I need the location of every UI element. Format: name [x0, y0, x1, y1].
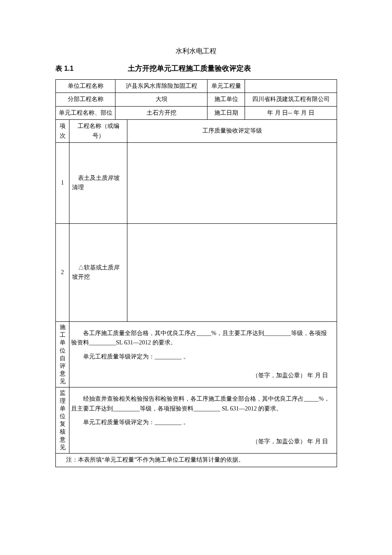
pre-title: 水利水电工程	[55, 47, 337, 56]
unit-part-value: 土石方开挖	[115, 106, 208, 119]
header-row-1: 单位工程名称 泸县东风水库除险加固工程 单元工程量	[56, 80, 337, 93]
unit-proj-name-value: 泸县东风水库除险加固工程	[115, 80, 208, 93]
row-2-name: △软基或土质岸坡开挖	[69, 223, 127, 321]
row-1-grade	[127, 142, 337, 223]
div-proj-name-label: 分部工程名称	[56, 93, 115, 106]
row-1: 1 表土及土质岸坡清理	[56, 142, 337, 223]
table-number: 表 1.1	[55, 64, 128, 73]
contractor-label: 施工单位	[208, 93, 245, 106]
col-item-no: 项次	[56, 120, 69, 143]
unit-part-label: 单元工程名称、部位	[56, 106, 115, 119]
row-1-name: 表土及土质岸坡清理	[69, 142, 127, 223]
evaluation-table: 单位工程名称 泸县东风水库除险加固工程 单元工程量 分部工程名称 大坝 施工单位…	[55, 79, 337, 467]
opinion-2-line2: 单元工程质量等级评定为：_________ 。	[71, 418, 331, 427]
row-1-no: 1	[56, 142, 69, 223]
col-proc-name: 工程名称（或编号）	[69, 120, 127, 143]
div-proj-name-value: 大坝	[115, 93, 208, 106]
opinion-1-content: 各工序施工质量全部合格，其中优良工序占_____%，且主要工序达到_______…	[69, 321, 337, 387]
opinion-2-line1: 经抽查并查验相关检验报告和检验资料，各工序施工质量全部合格，其中优良工序占___…	[71, 394, 331, 413]
column-header-row: 项次 工程名称（或编号） 工序质量验收评定等级	[56, 120, 337, 143]
note-text: 注：本表所填“单元工程量”不作为施工单位工程量结算计量的依据。	[56, 453, 337, 467]
row-2-grade	[127, 223, 337, 321]
opinion-2-row: 监理单位复核意见 经抽查并查验相关检验报告和检验资料，各工序施工质量全部合格，其…	[56, 387, 337, 454]
header-row-3: 单元工程名称、部位 土石方开挖 施工日期 年 月 日-- 年 月 日	[56, 106, 337, 119]
unit-qty-label: 单元工程量	[208, 80, 245, 93]
opinion-2-label: 监理单位复核意见	[56, 387, 69, 454]
title-row: 表 1.1 土方开挖单元工程施工质量验收评定表	[55, 64, 337, 73]
unit-proj-name-label: 单位工程名称	[56, 80, 115, 93]
opinion-1-line1: 各工序施工质量全部合格，其中优良工序占_____%，且主要工序达到_______…	[71, 329, 331, 348]
opinion-2-content: 经抽查并查验相关检验报告和检验资料，各工序施工质量全部合格，其中优良工序占___…	[69, 387, 337, 454]
row-2: 2 △软基或土质岸坡开挖	[56, 223, 337, 321]
opinion-1-label: 施工单位自评意见	[56, 321, 69, 387]
col-grade: 工序质量验收评定等级	[127, 120, 337, 143]
header-row-2: 分部工程名称 大坝 施工单位 四川省科茂建筑工程有限公司	[56, 93, 337, 106]
main-title: 土方开挖单元工程施工质量验收评定表	[128, 64, 251, 73]
opinion-1-sig: （签字，加盖公章） 年 月 日	[71, 371, 331, 380]
row-2-no: 2	[56, 223, 69, 321]
note-row: 注：本表所填“单元工程量”不作为施工单位工程量结算计量的依据。	[56, 453, 337, 467]
unit-qty-value	[245, 80, 337, 93]
date-label: 施工日期	[208, 106, 245, 119]
contractor-value: 四川省科茂建筑工程有限公司	[245, 93, 337, 106]
opinion-1-line2: 单元工程质量等级评定为：_________ 。	[71, 352, 331, 361]
date-value: 年 月 日-- 年 月 日	[245, 106, 337, 119]
opinion-2-sig: （签字，加盖公章） 年 月 日	[71, 437, 331, 446]
opinion-1-row: 施工单位自评意见 各工序施工质量全部合格，其中优良工序占_____%，且主要工序…	[56, 321, 337, 387]
